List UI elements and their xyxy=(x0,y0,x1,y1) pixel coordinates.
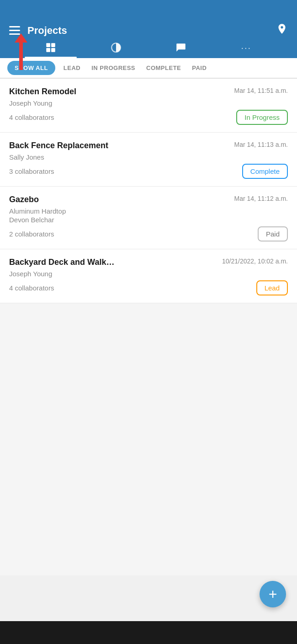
project-collaborators: 2 collaborators xyxy=(9,230,54,238)
filter-paid[interactable]: PAID xyxy=(187,58,211,78)
project-name: Backyard Deck and Walk… xyxy=(9,258,114,267)
annotation-arrow xyxy=(15,33,27,70)
tab-more[interactable]: ··· xyxy=(214,43,279,58)
project-date: Mar 14, 11:12 a.m. xyxy=(234,195,288,202)
app-header: Projects xyxy=(0,18,297,38)
status-badge[interactable]: Complete xyxy=(242,164,288,179)
project-name: Back Fence Replacement xyxy=(9,141,108,150)
project-client: Joseph Young xyxy=(9,270,288,278)
bottom-bar xyxy=(0,621,297,644)
project-collaborators: 3 collaborators xyxy=(9,167,54,175)
project-client: Joseph Young xyxy=(9,99,288,107)
project-name: Gazebo xyxy=(9,195,39,204)
table-row[interactable]: Back Fence Replacement Mar 14, 11:13 a.m… xyxy=(0,133,297,187)
table-row[interactable]: Gazebo Mar 14, 11:12 a.m. Aluminum Hardt… xyxy=(0,187,297,249)
project-collaborators: 4 collaborators xyxy=(9,113,54,121)
tab-half-circle[interactable] xyxy=(84,42,149,58)
more-dots-icon: ··· xyxy=(241,43,251,53)
icon-tabs-container: ··· xyxy=(0,38,297,58)
table-row[interactable]: Kitchen Remodel Mar 14, 11:51 a.m. Josep… xyxy=(0,79,297,133)
table-row[interactable]: Backyard Deck and Walk… 10/21/2022, 10:0… xyxy=(0,249,297,303)
project-subtitle: Aluminum Hardtop xyxy=(9,207,288,215)
project-date: Mar 14, 11:13 a.m. xyxy=(234,141,288,148)
status-badge[interactable]: Lead xyxy=(256,280,288,295)
status-bar xyxy=(0,0,297,18)
project-client: Sally Jones xyxy=(9,153,288,161)
filter-in-progress[interactable]: IN PROGRESS xyxy=(87,58,140,78)
page-title: Projects xyxy=(27,25,67,37)
location-icon[interactable] xyxy=(276,23,288,38)
svg-rect-1 xyxy=(51,43,55,47)
project-subtitle2: Devon Belchar xyxy=(9,216,288,224)
svg-rect-2 xyxy=(47,48,51,52)
project-collaborators: 4 collaborators xyxy=(9,284,54,292)
fab-container: + xyxy=(0,575,297,621)
add-project-button[interactable]: + xyxy=(260,581,286,607)
project-date: Mar 14, 11:51 a.m. xyxy=(234,87,288,94)
tab-grid[interactable] xyxy=(18,42,84,58)
project-date: 10/21/2022, 10:02 a.m. xyxy=(222,258,288,265)
filter-complete[interactable]: COMPLETE xyxy=(142,58,186,78)
filter-lead[interactable]: LEAD xyxy=(59,58,85,78)
svg-rect-0 xyxy=(47,43,51,47)
status-badge[interactable]: In Progress xyxy=(236,110,288,125)
project-list: Kitchen Remodel Mar 14, 11:51 a.m. Josep… xyxy=(0,79,297,575)
tab-chat[interactable] xyxy=(148,42,214,58)
project-name: Kitchen Remodel xyxy=(9,87,76,97)
status-badge[interactable]: Paid xyxy=(258,226,288,242)
svg-rect-3 xyxy=(51,48,55,52)
icon-tab-bar: ··· xyxy=(9,38,288,58)
filter-tab-bar: SHOW ALL LEAD IN PROGRESS COMPLETE PAID xyxy=(0,58,297,79)
